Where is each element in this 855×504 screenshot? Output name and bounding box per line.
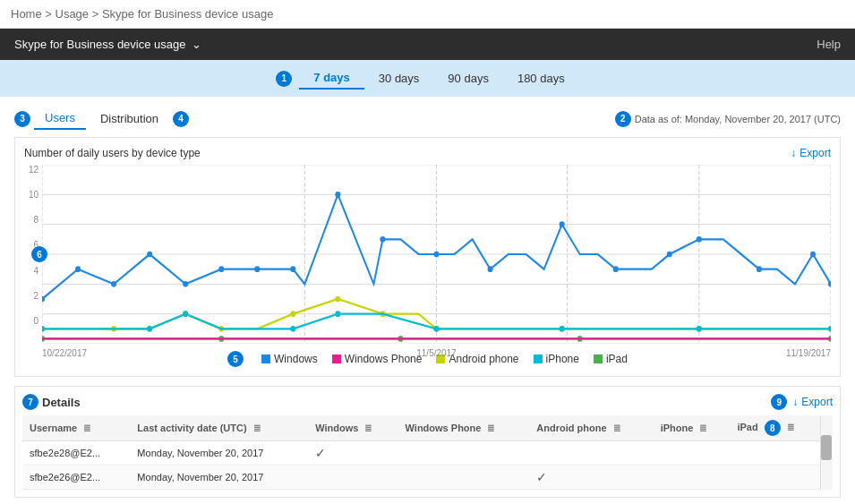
col-username: Username ≣ bbox=[22, 415, 130, 441]
svg-point-45 bbox=[147, 326, 152, 332]
y-label-8: 8 bbox=[24, 215, 38, 225]
badge-2: 2 bbox=[615, 111, 631, 127]
tab-users[interactable]: Users bbox=[34, 107, 86, 130]
cell-ipad-1 bbox=[730, 441, 820, 466]
svg-point-49 bbox=[433, 326, 439, 332]
svg-point-30 bbox=[810, 252, 816, 258]
time-btn-30days[interactable]: 30 days bbox=[364, 68, 434, 89]
cell-iphone-1 bbox=[654, 441, 731, 466]
svg-point-46 bbox=[183, 311, 188, 317]
cell-android-1 bbox=[529, 441, 653, 466]
x-label-nov19: 11/19/2017 bbox=[786, 348, 831, 358]
chart-export-button[interactable]: ↓ Export bbox=[791, 147, 831, 159]
table-scroll-area: Username ≣ Last activity date (UTC) ≣ Wi… bbox=[22, 415, 820, 490]
tabs-left: 3 Users Distribution 4 bbox=[14, 107, 189, 130]
badge-1: 1 bbox=[276, 71, 292, 87]
details-export-button[interactable]: ↓ Export bbox=[792, 396, 833, 408]
details-export-label: Export bbox=[801, 396, 833, 408]
chart-section: Number of daily users by device type ↓ E… bbox=[14, 137, 841, 377]
download-icon-2: ↓ bbox=[792, 396, 798, 408]
table-header-row: Username ≣ Last activity date (UTC) ≣ Wi… bbox=[22, 415, 820, 441]
details-title-text: Details bbox=[42, 396, 81, 409]
badge-3: 3 bbox=[14, 111, 30, 127]
dropdown-area[interactable]: Skype for Business device usage ⌄ bbox=[14, 38, 201, 51]
filter-icon-android[interactable]: ≣ bbox=[613, 423, 620, 433]
filter-icon-last-activity[interactable]: ≣ bbox=[253, 423, 261, 433]
table-container: Username ≣ Last activity date (UTC) ≣ Wi… bbox=[22, 415, 833, 490]
x-axis: 10/22/2017 11/5/2017 11/19/2017 bbox=[42, 348, 831, 358]
y-label-2: 2 bbox=[24, 291, 38, 301]
chevron-down-icon: ⌄ bbox=[192, 38, 201, 51]
svg-point-29 bbox=[757, 266, 762, 272]
cell-windows-2 bbox=[308, 466, 398, 490]
details-table: Username ≣ Last activity date (UTC) ≣ Wi… bbox=[22, 415, 820, 490]
svg-point-25 bbox=[560, 221, 565, 227]
scrollbar[interactable] bbox=[820, 415, 833, 490]
chart-export-label: Export bbox=[799, 147, 831, 159]
badge-4: 4 bbox=[173, 111, 189, 127]
svg-point-19 bbox=[254, 266, 260, 272]
y-label-10: 10 bbox=[24, 190, 38, 200]
y-label-4: 4 bbox=[24, 266, 38, 276]
svg-point-50 bbox=[560, 326, 565, 332]
check-android-2: ✓ bbox=[536, 470, 547, 484]
svg-point-16 bbox=[147, 252, 152, 258]
cell-windows-1: ✓ bbox=[308, 441, 398, 466]
badge-7: 7 bbox=[22, 394, 38, 410]
svg-point-38 bbox=[335, 296, 340, 303]
details-title: 7 Details bbox=[22, 394, 81, 410]
check-windows-1: ✓ bbox=[315, 446, 326, 460]
cell-windows-phone-1 bbox=[398, 441, 530, 466]
col-ipad: iPad 8 ≣ bbox=[730, 415, 820, 441]
filter-icon-windows-phone[interactable]: ≣ bbox=[487, 423, 494, 433]
table-row: sfbe2e28@E2... Monday, November 20, 2017… bbox=[22, 441, 820, 466]
cell-ipad-2 bbox=[730, 466, 820, 490]
dropdown-label: Skype for Business device usage bbox=[14, 38, 186, 51]
scrollbar-thumb bbox=[821, 435, 832, 460]
cell-username-1: sfbe2e28@E2... bbox=[22, 441, 130, 466]
chart-svg-container: 6 bbox=[42, 165, 831, 344]
time-btn-90days[interactable]: 90 days bbox=[433, 68, 503, 89]
details-header: 7 Details 9 ↓ Export bbox=[22, 394, 833, 410]
cell-iphone-2 bbox=[654, 466, 731, 490]
svg-point-18 bbox=[218, 266, 224, 272]
help-link[interactable]: Help bbox=[817, 38, 841, 51]
main-content: 3 Users Distribution 4 2 Data as of: Mon… bbox=[0, 97, 855, 504]
data-as-of-text: Data as of: Monday, November 20, 2017 (U… bbox=[635, 114, 841, 124]
filter-icon-username[interactable]: ≣ bbox=[83, 423, 90, 433]
cell-android-2: ✓ bbox=[529, 466, 653, 490]
chart-area: 12 10 8 6 4 2 0 6 bbox=[24, 165, 831, 344]
col-windows-phone: Windows Phone ≣ bbox=[398, 415, 530, 441]
cell-last-activity-2: Monday, November 20, 2017 bbox=[130, 466, 308, 490]
time-filter-bar: 1 7 days 30 days 90 days 180 days bbox=[0, 60, 855, 97]
time-btn-180days[interactable]: 180 days bbox=[503, 68, 579, 89]
breadcrumb: Home > Usage > Skype for Business device… bbox=[0, 0, 855, 29]
filter-icon-ipad[interactable]: ≣ bbox=[787, 423, 794, 432]
y-label-0: 0 bbox=[24, 316, 38, 326]
details-section: 7 Details 9 ↓ Export Use bbox=[14, 386, 841, 498]
data-as-of: 2 Data as of: Monday, November 20, 2017 … bbox=[615, 111, 841, 127]
svg-point-52 bbox=[828, 326, 831, 332]
time-btn-7days[interactable]: 7 days bbox=[299, 67, 363, 90]
svg-point-26 bbox=[613, 266, 619, 272]
svg-point-20 bbox=[290, 266, 295, 272]
breadcrumb-text: Home > Usage > Skype for Business device… bbox=[11, 7, 273, 21]
cell-username-2: sfbe2e26@E2... bbox=[22, 466, 130, 490]
svg-point-21 bbox=[335, 192, 340, 198]
filter-icon-windows[interactable]: ≣ bbox=[364, 423, 372, 433]
chart-header: Number of daily users by device type ↓ E… bbox=[24, 147, 831, 159]
filter-icon-iphone[interactable]: ≣ bbox=[699, 423, 706, 433]
tab-distribution[interactable]: Distribution bbox=[90, 108, 169, 129]
table-row: sfbe2e26@E2... Monday, November 20, 2017… bbox=[22, 466, 820, 490]
top-bar: Skype for Business device usage ⌄ Help bbox=[0, 29, 855, 60]
svg-point-23 bbox=[433, 252, 439, 258]
table-wrapper: Username ≣ Last activity date (UTC) ≣ Wi… bbox=[22, 415, 833, 490]
svg-point-22 bbox=[380, 236, 385, 243]
col-android-phone: Android phone ≣ bbox=[529, 415, 653, 441]
col-windows: Windows ≣ bbox=[308, 415, 398, 441]
svg-point-17 bbox=[183, 281, 188, 287]
svg-point-28 bbox=[697, 236, 702, 243]
y-label-12: 12 bbox=[24, 165, 38, 175]
cell-windows-phone-2 bbox=[398, 466, 530, 490]
col-last-activity: Last activity date (UTC) ≣ bbox=[130, 415, 308, 441]
